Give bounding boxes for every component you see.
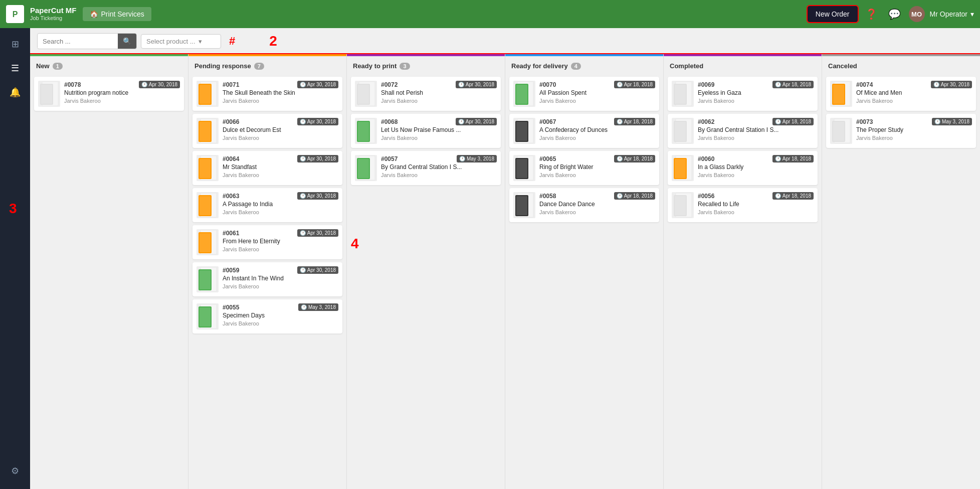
card-info: #0072🕐 Apr 30, 2018Shall not PerishJarvi… (381, 81, 497, 104)
card-author: Jarvis Bakeroo (223, 320, 338, 327)
search-input[interactable] (38, 35, 118, 48)
clock-icon: 🕐 (775, 193, 781, 199)
card-date: 🕐 Apr 30, 2018 (139, 81, 180, 88)
card-info: #0059🕐 Apr 30, 2018An Instant In The Win… (223, 266, 338, 289)
card-thumbnail (513, 155, 535, 181)
table-row[interactable]: #0056🕐 Apr 18, 2018Recalled to LifeJarvi… (668, 188, 818, 222)
product-chevron-icon: ▾ (199, 38, 202, 45)
sidebar: ⊞ ☰ 🔔 ⚙ (0, 28, 30, 489)
card-date: 🕐 Apr 30, 2018 (297, 118, 338, 125)
brand-subtitle: Job Ticketing (30, 15, 77, 22)
product-select[interactable]: Select product ... ▾ (141, 34, 221, 49)
sidebar-item-settings[interactable]: ⚙ (4, 460, 26, 482)
table-row[interactable]: #0078🕐 Apr 30, 2018Nutrition program not… (34, 77, 184, 111)
table-row[interactable]: #0073🕐 May 3, 2018The Proper StudyJarvis… (826, 114, 976, 148)
sidebar-item-toggle[interactable]: ⊞ (4, 33, 26, 55)
svg-rect-25 (200, 307, 211, 327)
clock-icon: 🕐 (617, 156, 623, 161)
svg-rect-13 (200, 159, 211, 178)
svg-rect-22 (200, 270, 211, 289)
svg-rect-52 (675, 122, 686, 141)
card-thumbnail (513, 192, 535, 218)
sidebar-item-notifications[interactable]: 🔔 (4, 81, 26, 103)
table-row[interactable]: #0070🕐 Apr 18, 2018All Passion SpentJarv… (509, 77, 659, 111)
svg-rect-19 (200, 233, 211, 252)
clock-icon: 🕐 (775, 156, 781, 161)
card-title: By Grand Central Station I S... (698, 126, 814, 133)
chat-button[interactable]: 💬 (886, 5, 904, 23)
card-info: #0069🕐 Apr 18, 2018Eyeless in GazaJarvis… (698, 81, 814, 104)
card-number: #0064 (223, 155, 239, 162)
table-row[interactable]: #0059🕐 Apr 30, 2018An Instant In The Win… (192, 262, 342, 296)
card-author: Jarvis Bakeroo (698, 98, 814, 104)
card-thumbnail (672, 155, 694, 181)
svg-rect-55 (675, 159, 686, 178)
card-title: Nutrition program notice (64, 89, 180, 96)
svg-rect-43 (516, 159, 527, 178)
svg-rect-7 (200, 85, 211, 104)
col-count-ready-delivery: 4 (571, 63, 581, 70)
table-row[interactable]: #0071🕐 Apr 30, 2018The Skull Beneath the… (192, 77, 342, 111)
table-row[interactable]: #0067🕐 Apr 18, 2018A Confederacy of Dunc… (509, 114, 659, 148)
clock-icon: 🕐 (300, 193, 306, 199)
chat-icon: 💬 (888, 8, 901, 20)
card-info: #0058🕐 Apr 18, 2018Dance Dance DanceJarv… (539, 192, 655, 215)
card-author: Jarvis Bakeroo (223, 246, 338, 252)
card-date: 🕐 Apr 30, 2018 (297, 155, 338, 162)
col-header-canceled: Canceled (822, 57, 980, 74)
clock-icon: 🕐 (300, 267, 306, 273)
sidebar-item-menu[interactable]: ☰ (4, 57, 26, 79)
card-info: #0056🕐 Apr 18, 2018Recalled to LifeJarvi… (698, 192, 814, 215)
card-author: Jarvis Bakeroo (64, 98, 180, 104)
card-author: Jarvis Bakeroo (856, 135, 972, 141)
card-author: Jarvis Bakeroo (223, 135, 338, 141)
table-row[interactable]: #0069🕐 Apr 18, 2018Eyeless in GazaJarvis… (668, 77, 818, 111)
card-date: 🕐 Apr 30, 2018 (297, 81, 338, 88)
card-thumbnail (197, 266, 219, 292)
card-thumbnail (197, 118, 219, 144)
table-row[interactable]: #0062🕐 Apr 18, 2018By Grand Central Stat… (668, 114, 818, 148)
table-row[interactable]: #0057🕐 May 3, 2018By Grand Central Stati… (351, 151, 501, 185)
card-info: #0073🕐 May 3, 2018The Proper StudyJarvis… (856, 118, 972, 141)
svg-rect-61 (833, 85, 844, 104)
card-date: 🕐 Apr 18, 2018 (772, 192, 814, 200)
table-row[interactable]: #0061🕐 Apr 30, 2018From Here to Eternity… (192, 225, 342, 259)
table-row[interactable]: #0055🕐 May 3, 2018Specimen DaysJarvis Ba… (192, 299, 342, 334)
card-author: Jarvis Bakeroo (223, 172, 338, 178)
card-number: #0071 (223, 81, 239, 88)
card-date: 🕐 May 3, 2018 (298, 303, 338, 311)
col-header-completed: Completed (664, 57, 822, 74)
clock-icon: 🕐 (933, 82, 939, 87)
card-thumbnail (197, 303, 219, 330)
card-date: 🕐 Apr 18, 2018 (614, 81, 655, 88)
search-button[interactable]: 🔍 (118, 34, 136, 49)
card-thumbnail (355, 81, 377, 107)
home-button[interactable]: 🏠 Print Services (83, 7, 151, 21)
table-row[interactable]: #0058🕐 Apr 18, 2018Dance Dance DanceJarv… (509, 188, 659, 222)
card-number: #0065 (539, 155, 556, 162)
card-author: Jarvis Bakeroo (698, 135, 814, 141)
table-row[interactable]: #0063🕐 Apr 30, 2018A Passage to IndiaJar… (192, 188, 342, 222)
card-title: From Here to Eternity (223, 238, 338, 245)
card-date: 🕐 Apr 30, 2018 (297, 192, 338, 200)
card-thumbnail (38, 81, 60, 107)
table-row[interactable]: #0068🕐 Apr 30, 2018Let Us Now Praise Fam… (351, 114, 501, 148)
card-info: #0062🕐 Apr 18, 2018By Grand Central Stat… (698, 118, 814, 141)
col-cards-ready-delivery: #0070🕐 Apr 18, 2018All Passion SpentJarv… (505, 74, 663, 489)
card-author: Jarvis Bakeroo (539, 209, 655, 215)
card-thumbnail (197, 81, 219, 107)
help-button[interactable]: ❓ (863, 5, 881, 23)
table-row[interactable]: #0065🕐 Apr 18, 2018Ring of Bright WaterJ… (509, 151, 659, 185)
card-author: Jarvis Bakeroo (381, 98, 497, 104)
table-row[interactable]: #0064🕐 Apr 30, 2018Mr StandfastJarvis Ba… (192, 151, 342, 185)
table-row[interactable]: #0072🕐 Apr 30, 2018Shall not PerishJarvi… (351, 77, 501, 111)
card-number: #0062 (698, 118, 714, 125)
table-row[interactable]: #0066🕐 Apr 30, 2018Dulce et Decorum EstJ… (192, 114, 342, 148)
card-thumbnail (355, 118, 377, 144)
new-order-button[interactable]: New Order (808, 6, 858, 22)
user-menu-button[interactable]: Mr Operator ▾ (930, 10, 974, 18)
card-number: #0059 (223, 267, 239, 274)
clock-icon: 🕐 (300, 156, 306, 161)
table-row[interactable]: #0060🕐 Apr 18, 2018In a Glass DarklyJarv… (668, 151, 818, 185)
table-row[interactable]: #0074🕐 Apr 30, 2018Of Mice and MenJarvis… (826, 77, 976, 111)
